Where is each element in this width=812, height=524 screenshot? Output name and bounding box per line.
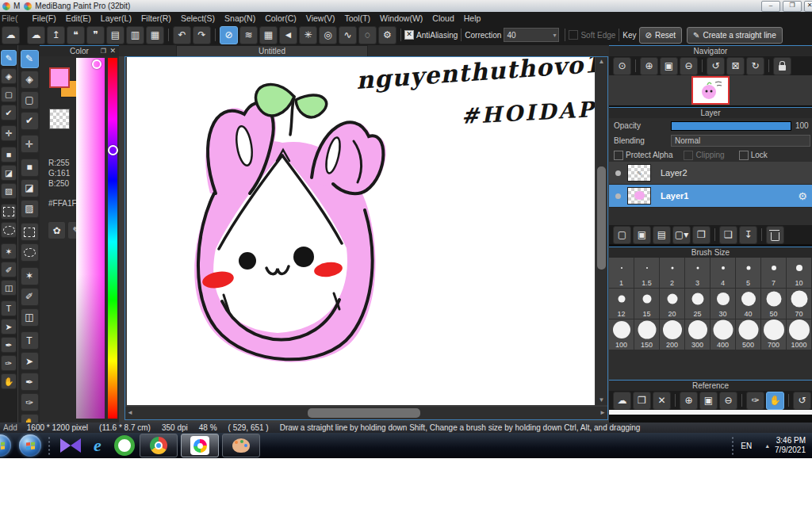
gradient-tool[interactable]: ▨	[21, 200, 39, 218]
select-pen-tool-ghost[interactable]: ✐	[1, 262, 17, 277]
brush-size-1.5[interactable]: 1.5	[634, 258, 660, 289]
lock-checkbox[interactable]	[739, 151, 749, 160]
picker-button[interactable]: ✑	[746, 392, 764, 410]
brush-tool-ghost[interactable]: ✎	[1, 50, 17, 66]
pen-tool[interactable]: ✒	[21, 373, 39, 391]
bucket-tool-ghost[interactable]: ◪	[1, 165, 17, 181]
dot-pen-tool-ghost[interactable]: ✔	[1, 105, 17, 120]
zoom-out-button[interactable]: ⊖	[680, 57, 698, 75]
restore-button[interactable]: ❐	[783, 1, 802, 12]
soft-edge-checkbox[interactable]	[569, 30, 578, 40]
menu-view[interactable]: View(V)	[306, 13, 335, 23]
document-button[interactable]: ▤	[106, 26, 124, 44]
open-folder-button[interactable]: ❐	[633, 392, 651, 410]
rotate-ccw-button[interactable]: ↺	[707, 57, 725, 75]
pen-tool-ghost[interactable]: ✒	[1, 337, 17, 353]
bucket-tool[interactable]: ◪	[21, 179, 39, 197]
new-8bit-layer-button[interactable]: ▣	[633, 226, 651, 244]
menu-edit[interactable]: Edit(E)	[66, 13, 91, 23]
new-1bit-layer-button[interactable]: ▤	[653, 226, 671, 244]
text-tool[interactable]: T	[21, 331, 39, 350]
select-eraser-tool[interactable]: ◫	[21, 308, 39, 327]
menu-window[interactable]: Window(W)	[380, 13, 423, 23]
menu-filter[interactable]: Filter(R)	[141, 13, 171, 23]
minimize-button[interactable]: –	[761, 1, 780, 12]
close-icon[interactable]: ✕	[109, 46, 116, 56]
brush-size-500[interactable]: 500	[736, 319, 761, 350]
brush-tool[interactable]: ✎	[21, 50, 39, 68]
gradient-tool-ghost[interactable]: ▨	[1, 183, 17, 199]
ghost-cloud-button[interactable]: ☁	[2, 26, 20, 44]
eraser-tool-ghost[interactable]: ◈	[1, 68, 17, 84]
snap-concentric-button[interactable]: ◎	[319, 26, 337, 44]
comment-outline-button[interactable]: ❞	[86, 26, 105, 44]
merge-layer-button[interactable]: ↧	[739, 226, 757, 244]
fill-rect-tool-ghost[interactable]: ■	[1, 147, 17, 163]
figure-tool-ghost[interactable]: ▢	[1, 86, 17, 102]
brush-size-150[interactable]: 150	[634, 319, 660, 350]
rotate-ccw-button[interactable]: ↺	[793, 392, 811, 410]
sv-cursor[interactable]	[92, 59, 102, 69]
internet-explorer-taskbar-icon[interactable]: e	[84, 434, 111, 457]
hand-button[interactable]: ✋	[766, 392, 784, 410]
zoom-fit-button[interactable]: ▣	[699, 392, 718, 410]
operation-tool-ghost[interactable]: ➤	[1, 319, 17, 335]
eyedropper-tool[interactable]: ✑	[21, 393, 39, 411]
rotate-cw-button[interactable]: ↻	[746, 57, 764, 75]
brush-size-100[interactable]: 100	[609, 319, 634, 350]
menu-snap[interactable]: Snap(N)	[224, 13, 255, 23]
layer-visibility-toggle[interactable]	[615, 170, 621, 176]
brush-size-1[interactable]: 1	[609, 258, 634, 289]
brush-size-200[interactable]: 200	[660, 319, 685, 350]
text-tool-ghost[interactable]: T	[1, 300, 17, 316]
zoom-in-button[interactable]: ⊕	[640, 57, 658, 75]
brush-size-70[interactable]: 70	[787, 289, 812, 319]
canvas-page[interactable]: nguyenthuthovo123 #HOIDAP	[127, 57, 595, 405]
snap-curve-button[interactable]: ∿	[339, 26, 357, 44]
close-button[interactable]: ✕	[653, 392, 671, 410]
import-cloud-button[interactable]: ☁	[613, 392, 631, 410]
new-layer-button[interactable]: ▢	[613, 226, 631, 244]
horizontal-scroll-thumb[interactable]	[308, 408, 420, 418]
menu-help[interactable]: Help	[464, 13, 481, 23]
scroll-right-arrow[interactable]: ►	[599, 408, 606, 418]
kmplayer-taskbar-icon[interactable]	[57, 434, 84, 457]
fill-rect-tool[interactable]: ■	[21, 159, 39, 177]
duplicate-layer-button[interactable]: ❏	[719, 226, 737, 244]
opacity-slider[interactable]	[671, 121, 791, 131]
document-tab[interactable]: Untitled	[176, 45, 368, 57]
chrome-taskbar-button[interactable]	[140, 434, 178, 457]
select-tool-ghost[interactable]	[1, 204, 17, 220]
brush-size-50[interactable]: 50	[761, 289, 787, 319]
brush-size-15[interactable]: 15	[634, 289, 660, 319]
zoom-out-button[interactable]: ⊖	[719, 392, 737, 410]
menu-file[interactable]: File(F)	[32, 13, 56, 23]
canvas-grid-button[interactable]: ▦	[146, 26, 164, 44]
snap-vanishing-point-button[interactable]: ◄	[279, 26, 297, 44]
brush-size-700[interactable]: 700	[761, 319, 787, 350]
scroll-down-arrow[interactable]: ▼	[596, 396, 607, 405]
brush-size-7[interactable]: 7	[761, 258, 787, 289]
form-button[interactable]: ▥	[126, 26, 144, 44]
upload-button[interactable]: ↥	[47, 26, 65, 44]
lasso-tool[interactable]	[21, 243, 39, 262]
add-layer-menu-button[interactable]: ▢▾	[672, 226, 691, 244]
show-hidden-icons[interactable]: ▲	[764, 443, 770, 449]
hand-tool-ghost[interactable]: ✋	[1, 373, 17, 389]
layer-folder-button[interactable]: ❐	[692, 226, 710, 244]
cloud-button[interactable]: ☁	[27, 26, 45, 44]
select-tool[interactable]	[21, 223, 39, 241]
menu-layer[interactable]: Layer(L)	[101, 13, 132, 23]
snap-radial-button[interactable]: ✳	[299, 26, 317, 44]
blending-dropdown[interactable]: Normal	[671, 135, 810, 147]
undo-button[interactable]: ↶	[173, 26, 191, 44]
zoom-in-button[interactable]: ⊕	[680, 392, 698, 410]
brush-size-3[interactable]: 3	[685, 258, 710, 289]
snap-off-button[interactable]: ⊘	[220, 26, 238, 44]
dot-pen-tool[interactable]: ✔	[21, 112, 39, 130]
lock-button[interactable]	[773, 57, 791, 75]
zoom-actual-button[interactable]: ⊙	[613, 57, 631, 75]
brush-size-30[interactable]: 30	[710, 289, 736, 319]
layer-row-layer2[interactable]: Layer2	[609, 162, 812, 185]
brush-size-1000[interactable]: 1000	[787, 319, 812, 350]
